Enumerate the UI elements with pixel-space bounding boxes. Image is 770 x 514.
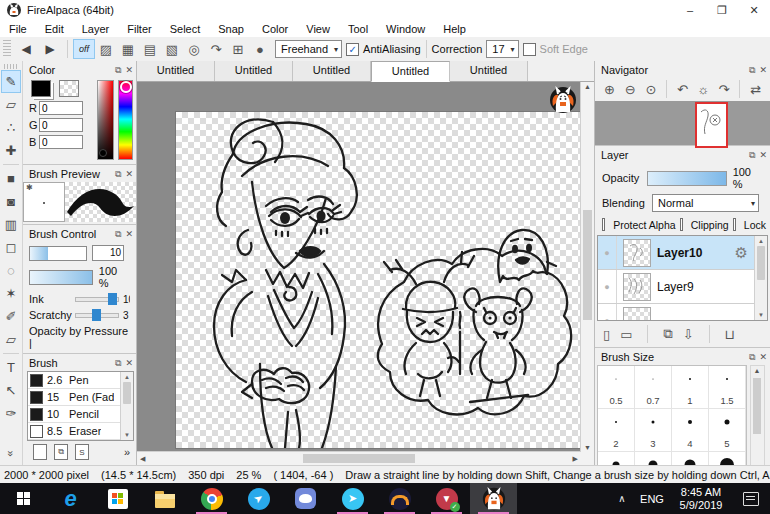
layer-opacity-slider[interactable] bbox=[647, 171, 727, 186]
brush-size-cell[interactable]: 4 bbox=[672, 409, 709, 452]
taskbar-music-button[interactable] bbox=[376, 483, 423, 514]
close-button[interactable]: ✕ bbox=[738, 0, 770, 20]
taskbar-chrome-button[interactable] bbox=[188, 483, 235, 514]
select-rect-tool[interactable]: ◻ bbox=[1, 236, 21, 259]
navigator-preview[interactable] bbox=[595, 101, 770, 145]
soft-edge-checkbox[interactable] bbox=[523, 43, 536, 56]
close-panel-icon[interactable]: ✕ bbox=[759, 351, 767, 363]
undo-button[interactable]: ◀ bbox=[15, 40, 37, 58]
layer-row-partial[interactable]: ● bbox=[598, 304, 754, 321]
scratchy-slider-knob[interactable] bbox=[92, 309, 101, 321]
float-panel-icon[interactable]: ⧉ bbox=[115, 357, 121, 369]
snap-concentric-icon[interactable]: ◎ bbox=[183, 39, 205, 59]
snap-grid-icon[interactable]: ▦ bbox=[117, 39, 139, 59]
snap-horizontal-icon[interactable]: ▤ bbox=[139, 39, 161, 59]
menu-select[interactable]: Select bbox=[161, 23, 210, 35]
taskbar-firealpaca-button[interactable] bbox=[470, 483, 517, 514]
float-panel-icon[interactable]: ⧉ bbox=[749, 149, 755, 161]
canvas-vertical-scrollbar[interactable]: ▲ ▼ bbox=[580, 82, 594, 452]
layer-list-scrollbar[interactable]: ▲ ▼ bbox=[754, 236, 767, 320]
new-layer-icon[interactable]: ▯ bbox=[603, 327, 610, 342]
tab-untitled-5[interactable]: Untitled bbox=[450, 61, 528, 81]
lasso-tool[interactable]: ◌ bbox=[1, 259, 21, 282]
brush-more-icon[interactable]: » bbox=[124, 446, 130, 458]
opacity-by-pressure-label[interactable]: Opacity by Pressure | bbox=[29, 325, 130, 349]
float-panel-icon[interactable]: ⧉ bbox=[115, 228, 121, 240]
taskbar-edge-button[interactable]: e bbox=[47, 483, 94, 514]
zoom-out-icon[interactable]: ⊖ bbox=[620, 82, 641, 97]
taskbar-discord-button[interactable] bbox=[282, 483, 329, 514]
close-panel-icon[interactable]: ✕ bbox=[125, 168, 133, 180]
scroll-down-icon[interactable]: ▼ bbox=[581, 444, 594, 451]
snap-curve-icon[interactable]: ↷ bbox=[205, 39, 227, 59]
scrollbar-thumb[interactable] bbox=[123, 382, 131, 404]
fill-rect-tool[interactable]: ■ bbox=[1, 167, 21, 190]
close-panel-icon[interactable]: ✕ bbox=[125, 228, 133, 240]
bucket-tool[interactable]: ◙ bbox=[1, 190, 21, 213]
taskbar-messenger-button[interactable]: ➤ bbox=[329, 483, 376, 514]
stroke-mode-select[interactable]: Freehand ▾ bbox=[275, 40, 342, 58]
gradient-tool[interactable]: ▥ bbox=[1, 213, 21, 236]
menu-layer[interactable]: Layer bbox=[73, 23, 119, 35]
rotate-right-icon[interactable]: ↷ bbox=[714, 82, 735, 97]
tab-untitled-2[interactable]: Untitled bbox=[215, 61, 293, 81]
protect-alpha-checkbox[interactable] bbox=[602, 218, 605, 231]
scroll-down-icon[interactable]: ▼ bbox=[124, 430, 130, 440]
brush-size-cell[interactable]: 3 bbox=[635, 409, 672, 452]
layer-settings-gear-icon[interactable]: ⚙ bbox=[735, 244, 748, 262]
correction-select[interactable]: 17 ▾ bbox=[486, 40, 518, 58]
snap-off-button[interactable]: off bbox=[73, 39, 95, 59]
smudge-tool[interactable]: ∴ bbox=[1, 116, 21, 139]
duplicate-layer-icon[interactable]: ⧉ bbox=[663, 326, 672, 342]
g-input[interactable] bbox=[39, 118, 83, 132]
brush-size-cell[interactable]: 1 bbox=[672, 366, 709, 409]
brush-size-cell[interactable]: 0.7 bbox=[635, 366, 672, 409]
brush-list-scrollbar[interactable]: ▲ ▼ bbox=[120, 372, 133, 440]
select-pen-tool[interactable]: ✐ bbox=[1, 305, 21, 328]
merge-down-icon[interactable]: ⇩ bbox=[683, 327, 694, 342]
brush-size-cell[interactable]: 5 bbox=[709, 409, 746, 452]
clipping-checkbox[interactable] bbox=[680, 218, 683, 231]
foreground-color-swatch[interactable] bbox=[31, 80, 51, 97]
pen-tool[interactable]: ✎ bbox=[1, 70, 21, 93]
zoom-in-icon[interactable]: ⊕ bbox=[599, 82, 620, 97]
brush-item-pen[interactable]: 2.6 Pen bbox=[28, 372, 120, 389]
language-indicator[interactable]: ENG bbox=[634, 493, 670, 505]
brush-opacity-slider[interactable] bbox=[29, 270, 93, 285]
scratchy-slider[interactable] bbox=[75, 313, 119, 318]
redo-button[interactable]: ▶ bbox=[39, 40, 61, 58]
close-panel-icon[interactable]: ✕ bbox=[125, 357, 133, 369]
toolstrip-collapse-button[interactable]: » bbox=[0, 444, 23, 464]
hue-bar[interactable] bbox=[118, 80, 133, 160]
duplicate-brush-icon[interactable]: ⧉ bbox=[54, 444, 68, 460]
move-tool[interactable]: ✚ bbox=[1, 139, 21, 162]
layer-row-layer9[interactable]: ● Layer9 bbox=[598, 270, 754, 304]
brush-item-pencil[interactable]: 10 Pencil bbox=[28, 406, 120, 423]
transparent-color-swatch[interactable] bbox=[59, 80, 79, 97]
reset-view-icon[interactable]: ☼ bbox=[693, 82, 714, 97]
scroll-right-icon[interactable]: ▶ bbox=[573, 452, 578, 465]
b-input[interactable] bbox=[39, 135, 83, 149]
snap-parallel-icon[interactable]: ▨ bbox=[95, 39, 117, 59]
ink-slider[interactable] bbox=[75, 297, 119, 302]
tab-untitled-1[interactable]: Untitled bbox=[137, 61, 215, 81]
scroll-up-icon[interactable]: ▲ bbox=[124, 372, 130, 382]
layer-visibility-icon[interactable]: ● bbox=[598, 270, 617, 303]
blending-select[interactable]: Normal ▾ bbox=[652, 194, 759, 212]
select-eraser-tool[interactable]: ▱ bbox=[1, 328, 21, 351]
eraser-tool[interactable]: ▱ bbox=[1, 93, 21, 116]
menu-file[interactable]: File bbox=[0, 23, 36, 35]
delete-layer-icon[interactable]: ⊔ bbox=[725, 327, 735, 342]
close-panel-icon[interactable]: ✕ bbox=[759, 149, 767, 161]
new-brush-icon[interactable] bbox=[33, 444, 47, 460]
action-center-button[interactable] bbox=[732, 492, 770, 506]
brush-item-pen-fade[interactable]: 15 Pen (Fad bbox=[28, 389, 120, 406]
menu-window[interactable]: Window bbox=[377, 23, 434, 35]
restore-button[interactable]: ❐ bbox=[706, 0, 738, 20]
float-panel-icon[interactable]: ⧉ bbox=[115, 64, 121, 76]
toolbar-grip[interactable] bbox=[3, 40, 11, 58]
brush-item-eraser[interactable]: 8.5 Eraser bbox=[28, 423, 120, 440]
hue-cursor[interactable] bbox=[120, 81, 132, 93]
brush-tool[interactable]: ✑ bbox=[1, 402, 21, 425]
scroll-up-icon[interactable]: ▲ bbox=[758, 236, 764, 246]
